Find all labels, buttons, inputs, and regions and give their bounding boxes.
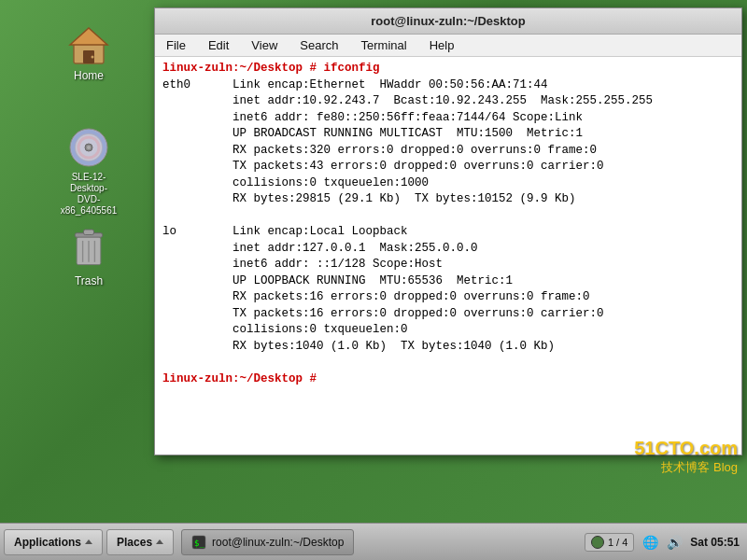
prompt-line-2: linux-zuln:~/Desktop #: [162, 371, 734, 388]
output-line-6: TX packets:43 errors:0 dropped:0 overrun…: [162, 159, 734, 175]
svg-marker-1: [70, 28, 107, 45]
network-icon[interactable]: 🌐: [641, 534, 658, 551]
watermark-line2: 技术博客 Blog: [634, 459, 738, 476]
output-line-blank-2: [162, 355, 734, 371]
terminal-title: root@linux-zuln:~/Desktop: [371, 14, 525, 28]
terminal-menubar: File Edit View Search Terminal Help: [155, 35, 741, 57]
home-icon[interactable]: Home: [51, 19, 126, 86]
clock: Sat 05:51: [690, 536, 740, 549]
output-line-blank-1: [162, 208, 734, 225]
menu-search[interactable]: Search: [296, 36, 342, 54]
output-line-13: RX packets:16 errors:0 dropped:0 overrun…: [162, 289, 734, 306]
home-icon-image: [66, 22, 111, 67]
menu-view[interactable]: View: [247, 36, 281, 54]
menu-edit[interactable]: Edit: [204, 36, 233, 54]
taskbar-right: 1 / 4 🌐 🔊 Sat 05:51: [585, 533, 747, 552]
output-line-14: TX packets:16 errors:0 dropped:0 overrun…: [162, 306, 734, 323]
window-taskbar-button[interactable]: $_ root@linux-zuln:~/Desktop: [181, 529, 354, 555]
menu-file[interactable]: File: [162, 36, 190, 54]
dvd-icon[interactable]: SLE-12-Desktop-DVD-x86_6405561: [51, 121, 126, 220]
terminal-body[interactable]: linux-zuln:~/Desktop # ifconfig eth0 Lin…: [155, 57, 741, 455]
trash-icon[interactable]: Trash: [51, 224, 126, 291]
window-taskbar-label: root@linux-zuln:~/Desktop: [212, 536, 344, 549]
svg-point-3: [92, 56, 94, 59]
svg-text:$_: $_: [194, 539, 204, 548]
trash-icon-image: [66, 228, 111, 273]
terminal-taskbar-icon: $_: [191, 535, 206, 550]
output-line-11: inet6 addr: ::1/128 Scope:Host: [162, 257, 734, 273]
output-line-4: UP BROADCAST RUNNING MULTICAST MTU:1500 …: [162, 126, 734, 143]
places-button[interactable]: Places: [106, 529, 174, 555]
output-line-2: inet addr:10.92.243.7 Bcast:10.92.243.25…: [162, 93, 734, 110]
output-line-1: eth0 Link encap:Ethernet HWaddr 00:50:56…: [162, 77, 734, 94]
trash-icon-label: Trash: [75, 274, 103, 287]
volume-icon[interactable]: 🔊: [666, 534, 683, 551]
applications-arrow: [85, 539, 92, 544]
applications-label: Applications: [14, 536, 81, 549]
output-line-7: collisions:0 txqueuelen:1000: [162, 175, 734, 192]
pager-label: 1 / 4: [608, 537, 627, 548]
workspace-pager[interactable]: 1 / 4: [585, 533, 634, 552]
dvd-icon-image: [66, 125, 111, 170]
menu-help[interactable]: Help: [426, 36, 458, 54]
dvd-icon-label: SLE-12-Desktop-DVD-x86_6405561: [55, 172, 122, 217]
output-line-10: inet addr:127.0.0.1 Mask:255.0.0.0: [162, 241, 734, 258]
applications-button[interactable]: Applications: [4, 529, 103, 555]
menu-terminal[interactable]: Terminal: [358, 36, 411, 54]
prompt-line-1: linux-zuln:~/Desktop # ifconfig: [162, 61, 734, 77]
output-line-8: RX bytes:29815 (29.1 Kb) TX bytes:10152 …: [162, 191, 734, 208]
home-icon-label: Home: [74, 69, 104, 82]
terminal-titlebar: root@linux-zuln:~/Desktop: [155, 8, 741, 35]
svg-point-7: [87, 146, 91, 149]
output-line-3: inet6 addr: fe80::250:56ff:feaa:7144/64 …: [162, 110, 734, 127]
taskbar: Applications Places $_ root@linux-zuln:~…: [0, 523, 747, 560]
output-line-9: lo Link encap:Local Loopback: [162, 224, 734, 241]
terminal-window: root@linux-zuln:~/Desktop File Edit View…: [154, 7, 742, 455]
output-line-12: UP LOOPBACK RUNNING MTU:65536 Metric:1: [162, 273, 734, 290]
places-arrow: [156, 539, 163, 544]
places-label: Places: [117, 536, 152, 549]
svg-rect-11: [84, 230, 94, 235]
output-line-5: RX packets:320 errors:0 dropped:0 overru…: [162, 143, 734, 160]
desktop: Home SLE-12-Desktop-DVD-x86_6405561: [0, 0, 747, 523]
pager-dot-active: [591, 536, 604, 549]
output-line-16: RX bytes:1040 (1.0 Kb) TX bytes:1040 (1.…: [162, 339, 734, 356]
output-line-15: collisions:0 txqueuelen:0: [162, 322, 734, 339]
